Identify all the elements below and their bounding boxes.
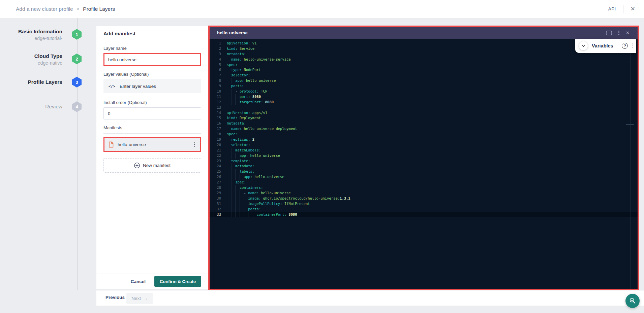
line-number: 28 [210, 185, 221, 190]
code-line[interactable]: 20selector: [210, 142, 638, 148]
layer-values-label: Layer values (Optional) [103, 72, 149, 77]
code-line[interactable]: 26app: hello-universe [210, 174, 638, 180]
line-number: 8 [210, 78, 221, 83]
previous-button[interactable]: Previous [105, 295, 125, 300]
install-order-label: Install order (Optional) [103, 100, 147, 105]
variables-kebab-icon[interactable] [632, 43, 633, 48]
magnifier-icon [629, 297, 636, 305]
code-line[interactable]: 22app: hello-universe [210, 153, 638, 159]
step-number-badge: 1 [72, 29, 82, 40]
code-icon: </> [109, 84, 115, 89]
manifests-divider [103, 133, 201, 134]
enter-layer-values-button[interactable]: </> Enter layer values [103, 79, 201, 93]
help-bubble[interactable] [625, 294, 640, 308]
cancel-button[interactable]: Cancel [131, 279, 146, 284]
install-order-input[interactable]: 0 [103, 107, 201, 119]
code-line[interactable]: 30image: ghcr.io/spectrocloud/hello-univ… [210, 196, 638, 201]
editor-title: hello-universe [217, 30, 248, 35]
manifest-kebab-icon[interactable] [192, 141, 196, 148]
app-header: Add a new cluster profile > Profile Laye… [0, 0, 644, 18]
plus-circle-icon [134, 163, 140, 168]
manifest-item[interactable]: hello-universe [103, 137, 201, 152]
line-number: 29 [210, 190, 221, 196]
code-line[interactable]: 33- containerPort: 8080 [210, 212, 638, 217]
code-area[interactable]: 1apiVersion: v12kind: Service3metadata:4… [210, 39, 638, 289]
code-line[interactable]: 5spec: [210, 62, 638, 68]
code-line[interactable]: 28containers: [210, 185, 638, 190]
api-link[interactable]: API [608, 6, 616, 11]
step-cloud-type[interactable]: Cloud Type edge-native 2 [0, 54, 82, 64]
code-line[interactable]: 16metadata: [210, 121, 638, 126]
new-manifest-button[interactable]: New manifest [103, 158, 201, 173]
install-order-value: 0 [108, 111, 111, 116]
line-number: 13 [210, 105, 221, 110]
code-line[interactable]: 12targetPort: 8080 [210, 100, 638, 105]
line-number: 2 [210, 46, 221, 51]
step-label: Review [45, 103, 62, 110]
step-profile-layers[interactable]: Profile Layers 3 [0, 77, 82, 88]
line-number: 21 [210, 148, 221, 153]
overview-ruler-mark [626, 124, 634, 125]
code-line[interactable]: 32ports: [210, 207, 638, 212]
line-number: 6 [210, 67, 221, 73]
editor-header: hello-universe ✕ [210, 27, 638, 39]
layer-name-value: hello-universe [108, 57, 136, 62]
code-line[interactable]: 18spec: [210, 132, 638, 137]
confirm-create-button[interactable]: Confirm & Create [154, 276, 201, 287]
line-number: 24 [210, 164, 221, 169]
breadcrumb-separator: > [77, 6, 80, 11]
panel-title: Add manifest [96, 26, 208, 41]
step-number-badge: 2 [72, 54, 82, 64]
step-review[interactable]: Review 4 [0, 101, 82, 112]
code-line[interactable]: 29- name: hello-universe [210, 190, 638, 196]
variables-panel: Variables ? [575, 39, 636, 53]
code-line[interactable]: 11port: 8080 [210, 94, 638, 100]
manifest-item-name: hello-universe [118, 142, 146, 147]
line-number: 4 [210, 57, 221, 62]
line-number: 1 [210, 41, 221, 46]
code-line[interactable]: 21matchLabels: [210, 148, 638, 153]
yaml-editor: hello-universe ✕ 1apiVersion: v12kind: S… [208, 26, 639, 290]
overview-ruler [630, 39, 631, 289]
code-line[interactable]: 2kind: Service [210, 46, 638, 51]
panel-footer: Cancel Confirm & Create [96, 274, 208, 289]
code-line[interactable]: 15kind: Deployment [210, 115, 638, 121]
editor-actions: ✕ [606, 30, 630, 35]
line-number: 17 [210, 126, 221, 132]
code-line[interactable]: 8app: hello-universe [210, 78, 638, 83]
code-line[interactable]: 24metadata: [210, 164, 638, 169]
line-number: 23 [210, 159, 221, 164]
split-view-icon[interactable] [606, 31, 612, 35]
code-line[interactable]: 9ports: [210, 83, 638, 89]
editor-close-icon[interactable]: ✕ [626, 30, 630, 35]
code-line[interactable]: 4name: hello-universe-service [210, 57, 638, 62]
line-number: 30 [210, 196, 221, 201]
line-number: 15 [210, 115, 221, 121]
layer-name-input[interactable]: hello-universe [103, 53, 201, 66]
step-sublabel: edge-native [34, 60, 62, 66]
code-line[interactable]: 13--- [210, 105, 638, 110]
variables-chevron-button[interactable] [579, 41, 588, 50]
line-number: 9 [210, 83, 221, 89]
next-button[interactable]: Next → [126, 293, 153, 304]
code-line[interactable]: 23template: [210, 159, 638, 164]
close-icon[interactable]: ✕ [631, 6, 635, 12]
code-line[interactable]: 17name: hello-universe-deployment [210, 126, 638, 132]
code-line[interactable]: 3metadata: [210, 51, 638, 57]
line-number: 11 [210, 94, 221, 100]
code-line[interactable]: 31imagePullPolicy: IfNotPresent [210, 201, 638, 207]
line-number: 3 [210, 51, 221, 57]
add-manifest-panel: Add manifest Layer name hello-universe L… [96, 26, 208, 289]
code-line[interactable]: 25labels: [210, 169, 638, 174]
variables-help-icon[interactable]: ? [622, 43, 628, 49]
code-line[interactable]: 1apiVersion: v1 [210, 41, 638, 46]
code-line[interactable]: 10- protocol: TCP [210, 89, 638, 94]
code-line[interactable]: 19replicas: 2 [210, 137, 638, 142]
code-line[interactable]: 27spec: [210, 180, 638, 185]
editor-kebab-icon[interactable] [618, 31, 619, 35]
code-line[interactable]: 7selector: [210, 73, 638, 78]
breadcrumb-parent[interactable]: Add a new cluster profile [16, 6, 73, 12]
code-line[interactable]: 14apiVersion: apps/v1 [210, 110, 638, 116]
code-line[interactable]: 6type: NodePort [210, 67, 638, 73]
step-basic-information[interactable]: Basic Information edge-tutorial- 1 [0, 29, 82, 40]
